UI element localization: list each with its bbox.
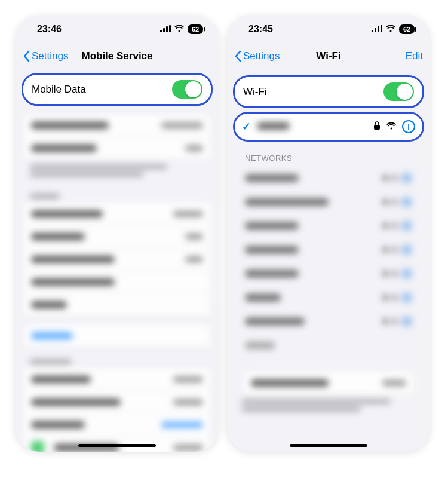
back-label: Settings bbox=[243, 50, 280, 62]
svg-rect-5 bbox=[375, 28, 376, 32]
mobile-data-label: Mobile Data bbox=[32, 84, 172, 96]
highlight-mobile-data: Mobile Data bbox=[22, 73, 213, 106]
info-button[interactable]: i bbox=[402, 120, 415, 133]
connected-network-row[interactable]: ✓ i bbox=[235, 114, 422, 140]
back-button[interactable]: Settings bbox=[23, 50, 68, 62]
edit-button[interactable]: Edit bbox=[406, 50, 423, 62]
status-indicators: 62 bbox=[160, 24, 203, 35]
svg-rect-3 bbox=[169, 25, 171, 32]
lock-icon bbox=[373, 121, 381, 133]
status-bar: 23:45 62 bbox=[227, 16, 430, 43]
nav-bar: Settings Mobile Service bbox=[16, 43, 219, 69]
wifi-signal-icon bbox=[386, 121, 396, 133]
wifi-icon bbox=[174, 24, 184, 35]
wifi-label: Wi-Fi bbox=[243, 86, 383, 98]
svg-rect-0 bbox=[160, 30, 162, 32]
status-bar: 23:46 62 bbox=[16, 16, 219, 43]
back-button[interactable]: Settings bbox=[234, 50, 280, 62]
cellular-signal-icon bbox=[372, 24, 382, 35]
home-indicator bbox=[78, 444, 156, 447]
svg-rect-8 bbox=[374, 125, 380, 130]
mobile-data-toggle[interactable] bbox=[172, 80, 202, 99]
back-label: Settings bbox=[32, 50, 68, 62]
svg-rect-6 bbox=[378, 26, 379, 32]
status-indicators: 62 bbox=[372, 24, 415, 35]
content-area: Wi-Fi ✓ i NETWORKS bbox=[227, 69, 430, 452]
wifi-toggle-row[interactable]: Wi-Fi bbox=[235, 77, 422, 106]
highlight-connected-network: ✓ i bbox=[233, 112, 424, 142]
status-time: 23:45 bbox=[248, 24, 273, 35]
phone-mobile-service: 23:46 62 Settings Mobile Service Mobile … bbox=[16, 16, 219, 452]
networks-section-header: NETWORKS bbox=[227, 145, 430, 166]
chevron-left-icon bbox=[23, 50, 30, 62]
svg-rect-4 bbox=[372, 30, 373, 32]
highlight-wifi-toggle: Wi-Fi bbox=[233, 75, 424, 108]
mobile-data-row[interactable]: Mobile Data bbox=[23, 75, 211, 104]
battery-icon: 62 bbox=[188, 24, 203, 34]
svg-rect-1 bbox=[163, 28, 165, 32]
status-time: 23:46 bbox=[37, 24, 62, 35]
checkmark-icon: ✓ bbox=[242, 120, 251, 133]
network-icons: i bbox=[373, 120, 415, 133]
content-area: Mobile Data bbox=[16, 69, 219, 452]
chevron-left-icon bbox=[234, 50, 241, 62]
battery-icon: 62 bbox=[399, 24, 415, 34]
blurred-content-left bbox=[16, 114, 219, 452]
svg-rect-7 bbox=[381, 25, 382, 32]
home-indicator bbox=[290, 444, 367, 447]
phone-wifi: 23:45 62 Settings Wi-Fi Edit Wi-Fi bbox=[227, 16, 430, 452]
nav-bar: Settings Wi-Fi Edit bbox=[227, 43, 430, 69]
wifi-toggle[interactable] bbox=[383, 82, 414, 101]
blurred-networks-list bbox=[227, 166, 430, 416]
cellular-signal-icon bbox=[160, 24, 171, 35]
svg-rect-2 bbox=[166, 26, 168, 32]
wifi-icon bbox=[386, 24, 395, 35]
connected-network-name bbox=[257, 121, 373, 133]
